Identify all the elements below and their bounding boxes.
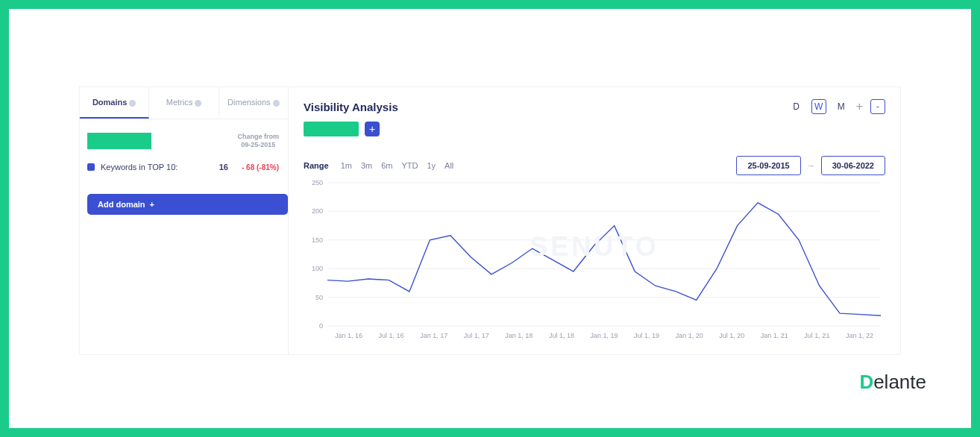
svg-text:150: 150 xyxy=(312,236,323,244)
series-chip[interactable] xyxy=(304,122,359,136)
granularity-week[interactable]: W xyxy=(811,99,826,114)
svg-text:250: 250 xyxy=(312,179,323,186)
sidebar-tabs: Domains Metrics Dimensions xyxy=(80,87,288,119)
range-ytd[interactable]: YTD xyxy=(401,161,418,170)
granularity-month[interactable]: M xyxy=(834,99,849,114)
sidebar: Domains Metrics Dimensions Change from 0… xyxy=(80,87,289,354)
series-color-swatch xyxy=(87,163,95,171)
svg-text:Jan 1, 21: Jan 1, 21 xyxy=(761,332,788,339)
change-from-label: Change from 09-25-2015 xyxy=(237,133,279,149)
svg-text:Jan 1, 17: Jan 1, 17 xyxy=(420,332,447,339)
svg-text:0: 0 xyxy=(319,322,323,330)
svg-text:Jan 1, 16: Jan 1, 16 xyxy=(335,332,362,339)
svg-text:Jul 1, 20: Jul 1, 20 xyxy=(719,332,744,339)
arrow-right-icon: → xyxy=(807,161,815,170)
range-label: Range xyxy=(304,161,329,170)
brand-rest: elante xyxy=(873,371,926,393)
metric-value: 16 xyxy=(219,163,228,172)
chart: SENUTO 050100150200250 Jan 1, 16Jul 1, 1… xyxy=(304,178,885,342)
granularity-switch: D W M + - xyxy=(789,99,885,114)
range-1m[interactable]: 1m xyxy=(341,161,352,170)
tab-label: Domains xyxy=(92,98,127,107)
tab-domains[interactable]: Domains xyxy=(80,87,149,119)
change-from-text: Change from xyxy=(237,133,279,141)
metric-label: Keywords in TOP 10: xyxy=(101,163,178,172)
svg-text:Jan 1, 18: Jan 1, 18 xyxy=(505,332,533,339)
svg-text:100: 100 xyxy=(312,265,323,272)
range-row: Range 1m 3m 6m YTD 1y All 25-09-2015 → 3… xyxy=(304,156,885,175)
analytics-panel: Domains Metrics Dimensions Change from 0… xyxy=(79,87,901,355)
svg-text:200: 200 xyxy=(312,207,323,215)
range-all[interactable]: All xyxy=(445,161,453,170)
date-to-input[interactable]: 30-06-2022 xyxy=(821,156,885,175)
date-from-input[interactable]: 25-09-2015 xyxy=(736,156,800,175)
tab-label: Dimensions xyxy=(227,98,270,107)
zoom-minus[interactable]: - xyxy=(870,99,885,114)
svg-text:Jul 1, 21: Jul 1, 21 xyxy=(804,332,829,339)
chart-svg: 050100150200250 Jan 1, 16Jul 1, 16Jan 1,… xyxy=(304,178,885,342)
add-domain-button[interactable]: Add domain+ xyxy=(87,194,288,215)
tab-metrics[interactable]: Metrics xyxy=(149,87,219,119)
metric-row: Keywords in TOP 10: 16 - 68 (-81%) xyxy=(80,149,288,172)
svg-text:Jul 1, 16: Jul 1, 16 xyxy=(379,332,404,339)
change-from-date: 09-25-2015 xyxy=(237,141,279,149)
svg-text:Jul 1, 18: Jul 1, 18 xyxy=(549,332,574,339)
plus-icon: + xyxy=(150,200,154,209)
page-title: Visibility Analysis xyxy=(304,101,398,113)
granularity-day[interactable]: D xyxy=(789,99,804,114)
brand-logo: Delante xyxy=(859,371,926,394)
svg-text:Jan 1, 22: Jan 1, 22 xyxy=(846,332,873,339)
add-series-button[interactable]: + xyxy=(365,122,380,136)
svg-text:Jan 1, 19: Jan 1, 19 xyxy=(590,332,618,339)
add-domain-label: Add domain xyxy=(98,200,145,209)
range-1y[interactable]: 1y xyxy=(427,161,436,170)
domain-chip[interactable] xyxy=(87,133,151,149)
info-icon xyxy=(273,100,280,107)
main-panel: Visibility Analysis D W M + - + Range 1m xyxy=(289,87,900,354)
svg-text:50: 50 xyxy=(315,294,323,301)
svg-text:Jan 1, 20: Jan 1, 20 xyxy=(676,332,703,339)
svg-text:Jul 1, 17: Jul 1, 17 xyxy=(464,332,489,339)
range-6m[interactable]: 6m xyxy=(381,161,392,170)
svg-text:Jul 1, 19: Jul 1, 19 xyxy=(634,332,659,339)
tab-dimensions[interactable]: Dimensions xyxy=(219,87,288,119)
zoom-plus[interactable]: + xyxy=(856,100,863,113)
tab-label: Metrics xyxy=(166,98,192,107)
range-3m[interactable]: 3m xyxy=(361,161,372,170)
info-icon xyxy=(129,100,136,107)
info-icon xyxy=(195,100,201,107)
metric-delta: - 68 (-81%) xyxy=(242,163,279,172)
